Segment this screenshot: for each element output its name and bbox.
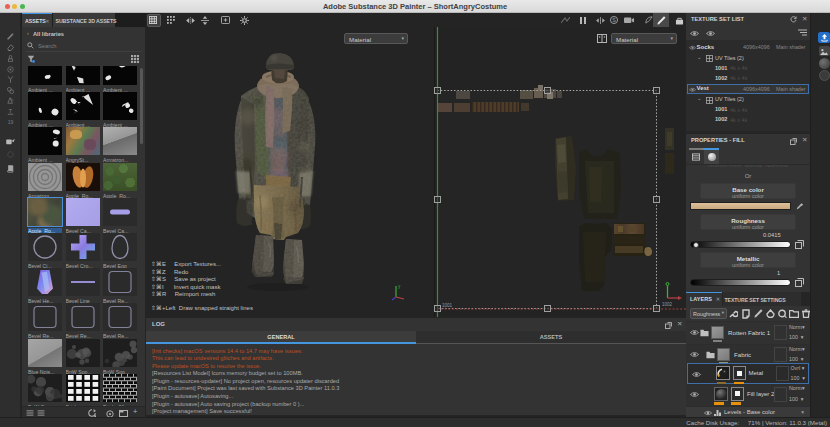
- svg-text:y: y: [398, 284, 401, 289]
- svg-text:19: 19: [8, 119, 14, 125]
- svg-text:1002: 1002: [662, 302, 673, 307]
- svg-text:T: T: [9, 108, 13, 114]
- svg-text:S: S: [612, 17, 616, 23]
- svg-text:1001: 1001: [442, 303, 453, 308]
